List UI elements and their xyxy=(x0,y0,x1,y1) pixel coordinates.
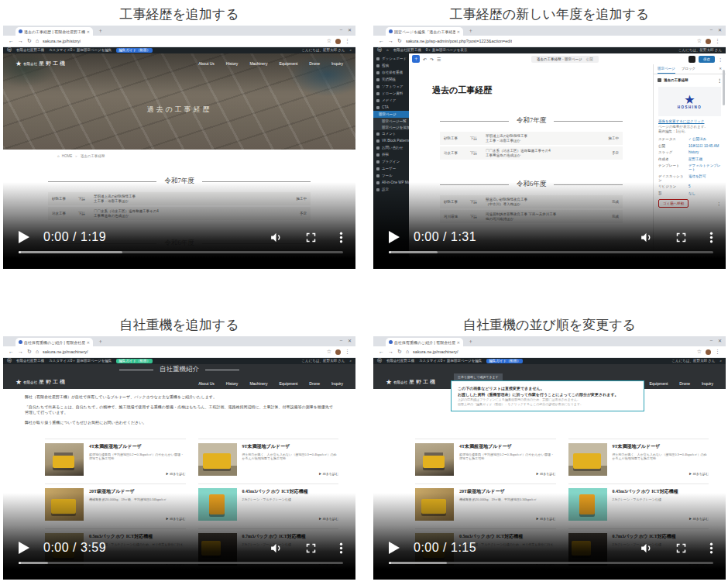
search-icon: ⌕ xyxy=(349,48,352,52)
player-controls: 0:00 / 1:19 xyxy=(3,199,355,269)
fullscreen-icon[interactable] xyxy=(305,542,317,554)
site-header: ★ 有限会社 星 野 工 機 About UsHistoryMachineryE… xyxy=(3,53,355,74)
menu-icon xyxy=(376,99,379,102)
nav-item: Inquiry xyxy=(331,61,343,66)
logo-name: 星 野 工 機 xyxy=(409,378,435,386)
panel-menu-icon: ⋮ xyxy=(717,77,722,83)
panel-tabs: 固定ページ ブロック ✕ xyxy=(654,64,726,74)
new-tab-icon: ＋ xyxy=(468,27,473,35)
site-nav: About UsHistoryMachineryEquipmentDroneIn… xyxy=(198,61,343,66)
menu-icon xyxy=(376,167,379,170)
tab-strip: 固定ページを編集「過去の工事経歴」 ✕ ＋ – ✕ xyxy=(373,26,726,36)
cell-add-machinery: 自社重機を追加する 自社保有重機のご紹介 | 有限会社星野工機 ✕ ＋ – ✕ … xyxy=(3,317,355,580)
menu-icon xyxy=(376,106,379,109)
adminbar-item: 固定ページを表示 xyxy=(439,48,467,52)
hero-title: 過去の工事経歴 xyxy=(3,105,355,115)
logo-prefix: 有限会社 xyxy=(23,380,37,384)
play-button[interactable] xyxy=(19,231,29,243)
undo-icon: ↶ xyxy=(423,57,427,62)
logo-star-icon: ★ xyxy=(386,379,392,386)
seek-bar[interactable] xyxy=(389,562,713,564)
video-title-4: 自社重機の並び順を変更する xyxy=(373,317,726,336)
tab-page: 固定ページ xyxy=(658,64,675,74)
home-icon: ⌂ xyxy=(406,346,409,357)
site-favicon xyxy=(389,340,393,344)
hero-banner: ★ 有限会社 星 野 工 機 About UsHistoryMachineryE… xyxy=(3,53,355,150)
wp-sidebar-item: ユーザー xyxy=(373,165,409,172)
seek-bar[interactable] xyxy=(19,562,343,564)
play-button[interactable] xyxy=(389,542,400,554)
url-text: sakura.ne.jp/machinery/ xyxy=(43,349,88,354)
adminbar-item: カスタマイズ xyxy=(49,48,70,52)
profile-avatar xyxy=(335,39,341,44)
address-bar: ← → ↻ ⌂ sakura.ne.jp/machinery/ ☆ ⋮ xyxy=(373,346,726,358)
site-nav: About UsHistoryMachineryEquipmentDroneIn… xyxy=(198,381,343,386)
logo-name: 星 野 工 機 xyxy=(39,378,65,386)
video-player-4[interactable]: 自社保有重機のご紹介 | 有限会社星野工機 ✕ ＋ – ✕ ← → ↻ ⌂ sa… xyxy=(373,336,726,580)
browser-menu-icon: ⋮ xyxy=(345,346,350,357)
address-bar: ← → ↻ ⌂ sakura.ne.jp/machinery/ ☆ ⋮ xyxy=(3,346,355,358)
menu-icon xyxy=(376,160,379,163)
video-player-2[interactable]: 固定ページを編集「過去の工事経歴」 ✕ ＋ – ✕ ← → ↻ sakura.n… xyxy=(373,26,726,269)
read-more-link: ▶ 続きを読む xyxy=(319,470,338,476)
site-logo: ★ 有限会社 星 野 工 機 xyxy=(386,378,435,386)
close-window-icon: ✕ xyxy=(348,338,352,343)
read-more-link: ▶ 続きを読む xyxy=(536,470,555,476)
player-menu-icon[interactable] xyxy=(709,542,713,554)
fullscreen-icon[interactable] xyxy=(305,232,317,243)
breadcrumb-sep: ＞ xyxy=(74,154,78,158)
wp-sidebar-item: ドローン資料 xyxy=(373,90,409,97)
tab-strip: 自社保有重機のご紹介 | 有限会社星野工機 ✕ ＋ – ✕ xyxy=(373,336,726,346)
new-tab-icon: ＋ xyxy=(98,338,103,346)
page-icon xyxy=(658,78,661,82)
panel-doc-row: 過去の工事経歴 ⋮ xyxy=(654,74,726,86)
player-menu-icon[interactable] xyxy=(339,232,343,243)
fullscreen-icon[interactable] xyxy=(675,542,687,554)
edit-guide-button: 編集ガイド（動画） xyxy=(486,359,523,363)
video-player-3[interactable]: 自社保有重機のご紹介 | 有限会社星野工機 ✕ ＋ – ✕ ← → ↻ ⌂ sa… xyxy=(3,336,355,580)
page-heading: 過去の工事経歴 xyxy=(432,84,654,96)
browser-chrome: 過去の工事経歴 | 有限会社星野工機 ✕ ＋ – ✕ ← → ↻ ⌂ sakur… xyxy=(3,26,355,47)
player-menu-icon[interactable] xyxy=(709,232,713,243)
wp-sidebar-item: 設定 xyxy=(373,186,409,193)
volume-icon[interactable] xyxy=(270,231,283,244)
seek-bar[interactable] xyxy=(389,251,713,253)
adminbar-item: ＋ 新規 xyxy=(428,48,439,52)
nav-item: Equipment xyxy=(279,61,297,66)
nav-item: Drone xyxy=(679,381,690,386)
adminbar-item: カスタマイズ xyxy=(49,359,70,363)
machinery-card: 9T未満湿地ブルドーザ 押土能力が高く、人が立ち入れない（接地圧0.3〜0.4k… xyxy=(198,439,339,476)
player-menu-icon[interactable] xyxy=(339,542,343,554)
nav-item: About Us xyxy=(198,61,215,66)
adminbar-item: カスタマイズ xyxy=(419,359,441,363)
seek-bar[interactable] xyxy=(19,251,343,253)
tab-close-icon: ✕ xyxy=(87,340,90,345)
browser-tab: 固定ページを編集「過去の工事経歴」 ✕ xyxy=(386,27,463,36)
volume-icon[interactable] xyxy=(640,231,653,244)
document-title-bar: 過去の工事経歴・固定ページ 公開 xyxy=(531,56,599,63)
wp-admin-bar: Ⓦ 有限会社星野工機 カスタマイズ0＋ 新規固定ページを編集 編集ガイド（動画）… xyxy=(373,357,726,364)
wp-logo-icon: Ⓦ xyxy=(377,46,382,53)
play-button[interactable] xyxy=(389,231,400,243)
adminbar-item: ＋ 新規 xyxy=(72,48,84,52)
window-controls: – ✕ xyxy=(340,27,352,33)
volume-icon[interactable] xyxy=(270,542,283,555)
fullscreen-icon[interactable] xyxy=(675,232,687,243)
wp-sidebar-item: 外観 xyxy=(373,151,409,158)
menu-icon xyxy=(376,57,379,60)
new-tab-icon: ＋ xyxy=(468,338,473,346)
video-player-1[interactable]: 過去の工事経歴 | 有限会社星野工機 ✕ ＋ – ✕ ← → ↻ ⌂ sakur… xyxy=(3,26,355,269)
profile-avatar xyxy=(706,39,711,44)
wp-sidebar-item: 実績関係 xyxy=(373,76,409,83)
play-button[interactable] xyxy=(19,542,29,554)
menu-icon xyxy=(376,85,379,88)
tab-close-icon: ✕ xyxy=(457,340,460,345)
site-header: 自社重機紹介 ★ 有限会社 星 野 工 機 About UsHistoryMac… xyxy=(3,364,355,389)
volume-icon[interactable] xyxy=(640,542,653,555)
wp-sidebar-item: プラグイン xyxy=(373,158,409,165)
wp-sidebar-item: ダッシュボード xyxy=(373,55,409,62)
video-title-2: 工事経歴の新しい年度を追加する xyxy=(373,6,726,26)
browser-chrome: 固定ページを編集「過去の工事経歴」 ✕ ＋ – ✕ ← → ↻ sakura.n… xyxy=(373,26,726,47)
logo-name: 星 野 工 機 xyxy=(39,60,65,67)
year-heading-r7: 令和7年度 xyxy=(440,116,623,126)
